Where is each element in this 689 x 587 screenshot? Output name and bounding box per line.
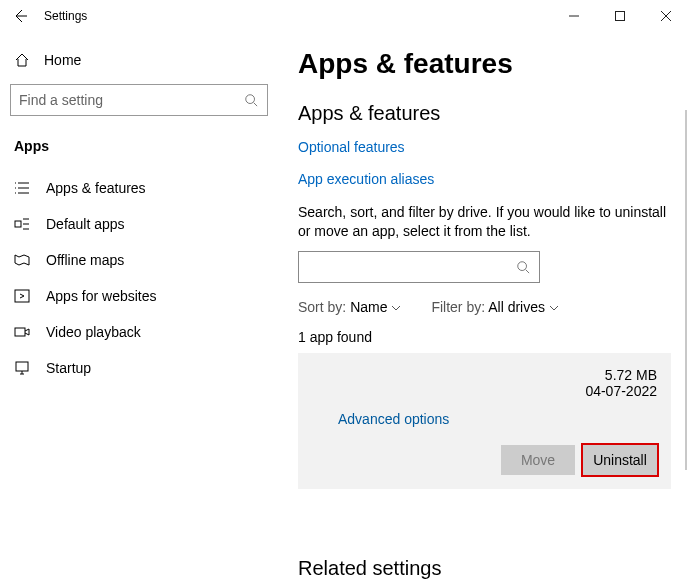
- startup-icon: [14, 360, 30, 376]
- list-icon: [14, 180, 30, 196]
- find-setting-search[interactable]: [10, 84, 268, 116]
- nav-item-label: Apps & features: [46, 180, 146, 196]
- nav-item-label: Offline maps: [46, 252, 124, 268]
- close-button[interactable]: [643, 0, 689, 32]
- page-heading: Apps & features: [298, 48, 673, 80]
- app-search[interactable]: [298, 251, 540, 283]
- nav-item-label: Video playback: [46, 324, 141, 340]
- sidebar-section-label: Apps: [10, 134, 268, 170]
- nav-apps-features[interactable]: Apps & features: [10, 170, 268, 206]
- svg-rect-1: [616, 12, 625, 21]
- svg-point-4: [246, 95, 255, 104]
- video-icon: [14, 324, 30, 340]
- sort-by-dropdown[interactable]: Sort by: Name: [298, 299, 401, 315]
- titlebar: Settings: [0, 0, 689, 32]
- svg-line-5: [254, 103, 258, 107]
- chevron-down-icon: [549, 299, 559, 315]
- scrollbar[interactable]: [685, 110, 687, 470]
- related-settings-heading: Related settings: [298, 557, 673, 580]
- sort-label: Sort by:: [298, 299, 346, 315]
- svg-line-22: [526, 269, 530, 273]
- search-icon: [515, 259, 531, 275]
- filter-by-dropdown[interactable]: Filter by: All drives: [431, 299, 559, 315]
- move-button[interactable]: Move: [501, 445, 575, 475]
- chevron-down-icon: [391, 299, 401, 315]
- svg-point-21: [518, 262, 527, 271]
- map-icon: [14, 252, 30, 268]
- uninstall-button[interactable]: Uninstall: [583, 445, 657, 475]
- nav-apps-for-websites[interactable]: Apps for websites: [10, 278, 268, 314]
- home-icon: [14, 52, 30, 68]
- sidebar: Home Apps Apps & features Default apps O…: [0, 32, 278, 587]
- back-button[interactable]: [12, 8, 28, 24]
- content: Apps & features Apps & features Optional…: [278, 32, 689, 587]
- minimize-button[interactable]: [551, 0, 597, 32]
- app-entry[interactable]: 5.72 MB 04-07-2022 Advanced options Move…: [298, 353, 671, 489]
- window-controls: [551, 0, 689, 32]
- filter-value: All drives: [488, 299, 545, 315]
- find-setting-input[interactable]: [19, 92, 243, 108]
- nav-startup[interactable]: Startup: [10, 350, 268, 386]
- svg-rect-17: [15, 328, 25, 336]
- svg-rect-18: [16, 362, 28, 371]
- nav-home-label: Home: [44, 52, 81, 68]
- sort-value: Name: [350, 299, 387, 315]
- link-app-execution-aliases[interactable]: App execution aliases: [298, 171, 673, 187]
- website-icon: [14, 288, 30, 304]
- app-size: 5.72 MB: [585, 367, 657, 383]
- filter-label: Filter by:: [431, 299, 485, 315]
- advanced-options-link[interactable]: Advanced options: [338, 411, 657, 427]
- svg-rect-16: [15, 290, 29, 302]
- nav-video-playback[interactable]: Video playback: [10, 314, 268, 350]
- app-date: 04-07-2022: [585, 383, 657, 399]
- search-icon: [243, 92, 259, 108]
- link-optional-features[interactable]: Optional features: [298, 139, 673, 155]
- default-apps-icon: [14, 216, 30, 232]
- window-title: Settings: [44, 9, 87, 23]
- nav-item-label: Startup: [46, 360, 91, 376]
- description-text: Search, sort, and filter by drive. If yo…: [298, 203, 673, 241]
- section-heading: Apps & features: [298, 102, 673, 125]
- nav-offline-maps[interactable]: Offline maps: [10, 242, 268, 278]
- app-count: 1 app found: [298, 329, 673, 345]
- nav-default-apps[interactable]: Default apps: [10, 206, 268, 242]
- nav-item-label: Default apps: [46, 216, 125, 232]
- nav-home[interactable]: Home: [10, 44, 268, 84]
- svg-rect-12: [15, 221, 21, 227]
- maximize-button[interactable]: [597, 0, 643, 32]
- nav-item-label: Apps for websites: [46, 288, 157, 304]
